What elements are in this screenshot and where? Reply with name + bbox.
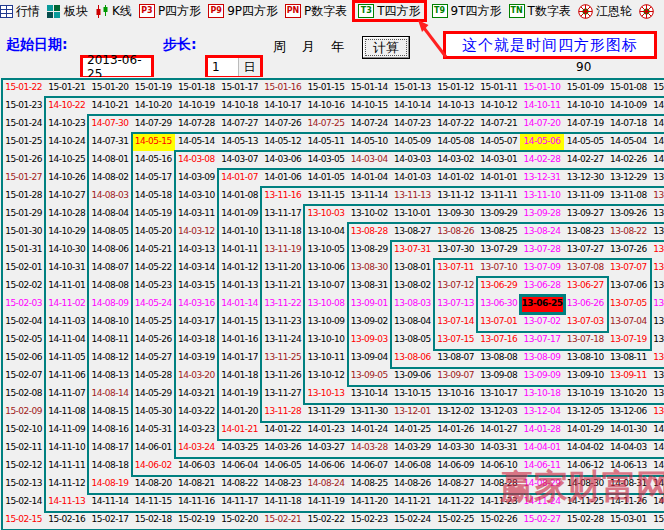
date-cell[interactable]: 13-10-07 (304, 277, 348, 296)
date-cell[interactable]: 14-03-25 (218, 439, 262, 458)
date-cell[interactable]: 15-02-26 (477, 511, 521, 530)
date-cell[interactable]: 13-09-12 (650, 367, 664, 386)
date-cell[interactable]: 13-10-06 (304, 259, 348, 278)
date-cell[interactable]: 15-02-23 (348, 511, 392, 530)
date-cell[interactable]: 14-10-30 (45, 241, 89, 260)
date-cell[interactable]: 14-08-01 (88, 151, 132, 170)
date-cell[interactable]: 14-03-09 (175, 169, 219, 188)
date-cell[interactable]: 13-11-29 (304, 403, 348, 422)
date-cell[interactable]: 13-09-02 (348, 313, 392, 332)
date-cell[interactable]: 15-01-26 (2, 151, 46, 170)
date-cell[interactable]: 15-02-21 (261, 511, 305, 530)
date-cell[interactable]: 13-10-14 (348, 385, 392, 404)
date-cell[interactable]: 13-07-02 (520, 313, 564, 332)
date-cell[interactable]: 14-11-17 (218, 493, 262, 512)
date-cell[interactable]: 15-01-24 (2, 115, 46, 134)
date-cell[interactable]: 14-08-06 (88, 241, 132, 260)
date-cell[interactable]: 14-03-01 (477, 151, 521, 170)
date-cell[interactable]: 13-08-31 (348, 277, 392, 296)
date-cell[interactable]: 14-06-05 (261, 457, 305, 476)
date-cell[interactable]: 14-03-12 (175, 223, 219, 242)
date-cell[interactable]: 14-11-02 (45, 295, 89, 314)
date-cell[interactable]: 14-05-19 (132, 205, 176, 224)
date-cell[interactable]: 14-03-17 (175, 313, 219, 332)
date-cell[interactable]: 14-01-16 (218, 331, 262, 350)
date-cell[interactable]: 14-01-03 (391, 169, 435, 188)
calculate-button[interactable]: 计算 (362, 36, 410, 59)
date-cell[interactable]: 14-02-26 (607, 151, 651, 170)
date-cell[interactable]: 14-07-18 (607, 115, 651, 134)
date-cell[interactable]: 14-10-31 (45, 259, 89, 278)
date-cell[interactable]: 14-11-22 (434, 493, 478, 512)
date-cell[interactable]: 13-09-06 (391, 367, 435, 386)
date-cell[interactable]: 13-09-09 (520, 367, 564, 386)
date-cell[interactable]: 14-11-23 (477, 493, 521, 512)
toolbar-item-9P四方形[interactable]: P99P四方形 (208, 1, 278, 21)
date-cell[interactable]: 13-08-07 (434, 349, 478, 368)
toolbar-item-P四方形[interactable]: P3P四方形 (139, 1, 201, 21)
date-cell[interactable]: 14-01-08 (218, 187, 262, 206)
date-cell[interactable]: 13-07-18 (564, 331, 608, 350)
date-cell[interactable]: 15-01-08 (607, 79, 651, 98)
date-cell[interactable]: 14-08-12 (88, 349, 132, 368)
date-cell[interactable]: 14-03-05 (304, 151, 348, 170)
date-cell[interactable]: 14-05-07 (477, 133, 521, 152)
date-cell[interactable]: 13-10-17 (477, 385, 521, 404)
date-cell[interactable]: 13-07-20 (650, 331, 664, 350)
date-cell[interactable]: 14-01-06 (261, 169, 305, 188)
date-cell[interactable]: 13-11-11 (477, 187, 521, 206)
date-cell[interactable]: 13-11-10 (520, 187, 564, 206)
date-cell[interactable]: 13-10-20 (607, 385, 651, 404)
date-cell[interactable]: 14-05-27 (132, 349, 176, 368)
date-cell[interactable]: 15-01-21 (45, 79, 89, 98)
date-cell[interactable]: 13-10-10 (304, 331, 348, 350)
date-cell[interactable]: 15-03-01 (607, 511, 651, 530)
date-cell[interactable]: 14-02-25 (650, 151, 664, 170)
date-cell[interactable]: 15-02-04 (2, 313, 46, 332)
date-cell[interactable]: 13-08-22 (607, 223, 651, 242)
date-cell[interactable]: 14-10-15 (348, 97, 392, 116)
date-cell[interactable]: 15-02-07 (2, 367, 46, 386)
date-cell[interactable]: 14-05-03 (650, 133, 664, 152)
date-cell[interactable]: 14-01-09 (218, 205, 262, 224)
date-cell[interactable]: 13-11-28 (261, 403, 305, 422)
date-cell[interactable]: 13-09-05 (348, 367, 392, 386)
date-cell[interactable]: 13-08-23 (564, 223, 608, 242)
date-cell[interactable]: 14-10-24 (45, 133, 89, 152)
date-cell[interactable]: 14-11-08 (45, 403, 89, 422)
date-cell[interactable]: 14-03-04 (348, 151, 392, 170)
date-cell[interactable]: 13-12-06 (607, 403, 651, 422)
date-cell[interactable]: 14-08-27 (434, 475, 478, 494)
date-cell[interactable]: 13-09-28 (520, 205, 564, 224)
date-cell[interactable]: 15-01-25 (2, 133, 46, 152)
date-cell[interactable]: 14-01-12 (218, 259, 262, 278)
date-cell[interactable]: 13-07-07 (607, 259, 651, 278)
date-cell[interactable]: 14-01-18 (218, 367, 262, 386)
date-cell[interactable]: 13-11-22 (261, 295, 305, 314)
date-cell[interactable]: 14-05-25 (132, 313, 176, 332)
date-cell[interactable]: 14-05-29 (132, 385, 176, 404)
date-cell[interactable]: 13-11-30 (348, 403, 392, 422)
date-cell[interactable]: 13-10-11 (304, 349, 348, 368)
date-cell[interactable]: 14-03-21 (175, 385, 219, 404)
date-cell[interactable]: 14-05-28 (132, 367, 176, 386)
date-cell[interactable]: 14-08-03 (88, 187, 132, 206)
date-cell[interactable]: 14-11-14 (88, 493, 132, 512)
date-cell[interactable]: 14-03-27 (304, 439, 348, 458)
date-cell[interactable]: 14-05-15 (132, 133, 176, 152)
toolbar-item-9T四方形[interactable]: T99T四方形 (432, 1, 502, 21)
date-cell[interactable]: 13-09-11 (607, 367, 651, 386)
date-cell[interactable]: 14-11-01 (45, 277, 89, 296)
date-cell[interactable]: 14-01-26 (434, 421, 478, 440)
date-cell[interactable]: 14-05-16 (132, 151, 176, 170)
date-cell[interactable]: 13-10-01 (391, 205, 435, 224)
date-cell[interactable]: 15-01-19 (132, 79, 176, 98)
date-cell[interactable]: 14-03-23 (175, 421, 219, 440)
date-cell[interactable]: 14-05-20 (132, 223, 176, 242)
date-cell[interactable]: 14-05-22 (132, 259, 176, 278)
date-cell[interactable]: 14-10-26 (45, 169, 89, 188)
date-cell[interactable]: 14-10-29 (45, 223, 89, 242)
date-cell[interactable]: 14-05-10 (348, 133, 392, 152)
date-cell[interactable]: 14-06-09 (434, 457, 478, 476)
date-cell[interactable]: 14-05-23 (132, 277, 176, 296)
